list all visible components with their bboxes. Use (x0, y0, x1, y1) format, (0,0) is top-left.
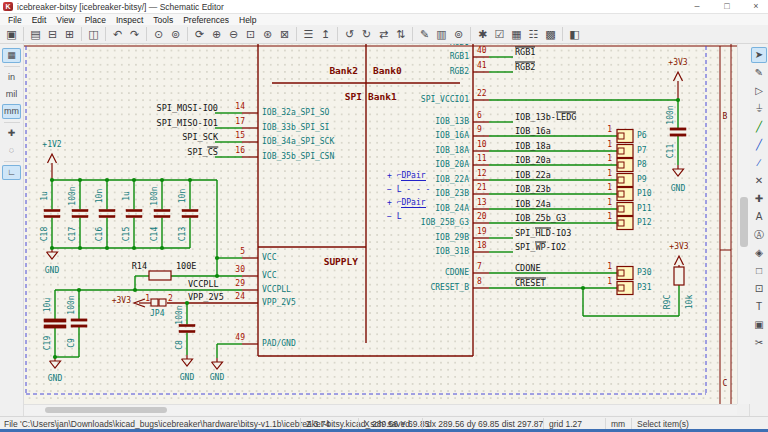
pin-number[interactable]: 49 (235, 334, 245, 342)
minimize-button[interactable]: – (688, 1, 706, 12)
schematic-canvas[interactable]: BCBank2Bank0SPIBank1SUPPLYIOB_32a_SPI_SO… (24, 44, 737, 404)
net-label[interactable]: RGB2 (515, 62, 535, 72)
pin-name[interactable]: IOB_34a_SPI_SCK (262, 138, 334, 146)
pin-name[interactable]: IOB_16A (435, 132, 469, 140)
junction-icon[interactable]: ✚ (751, 191, 767, 207)
capacitor-plate[interactable] (154, 215, 170, 217)
pin-name[interactable]: SPI_VCCIO1 (421, 96, 469, 104)
zoom-selection-icon[interactable]: ⊠ (277, 26, 293, 42)
connector-pin-number[interactable]: 1 (607, 263, 612, 271)
pin-name[interactable]: VCC (262, 272, 276, 280)
pin-number[interactable]: 40 (477, 47, 487, 55)
connector-reference[interactable]: P10 (637, 190, 651, 198)
pin-number[interactable]: 8 (477, 278, 482, 286)
ic-section-header[interactable]: Bank2 (329, 66, 358, 76)
text-icon[interactable]: T (751, 299, 767, 315)
connector-pin-number[interactable]: 1 (607, 141, 612, 149)
menu-file[interactable]: File (3, 15, 27, 25)
hv-wires-only-icon[interactable]: ∟ (2, 165, 21, 180)
pin-number[interactable]: 11 (477, 155, 487, 163)
capacitor-value[interactable]: 100n (176, 305, 184, 324)
power-label[interactable]: +3V3 (112, 297, 131, 305)
erc-icon[interactable]: ☑ (492, 26, 508, 42)
annotate-icon[interactable]: ✱ (475, 26, 491, 42)
units-mm-icon[interactable]: mm (2, 104, 21, 119)
net-label[interactable]: IOB_24a (515, 200, 551, 209)
pin-name[interactable]: IOB_22A (435, 176, 469, 184)
net-label[interactable]: SPI_WP-IO2 (515, 242, 566, 252)
jumper-pad[interactable] (151, 299, 158, 306)
image-icon[interactable]: ▣ (751, 317, 767, 333)
capacitor-plate[interactable] (670, 134, 686, 136)
capacitor-plate[interactable] (99, 215, 115, 217)
footprint-editor-icon[interactable]: ◧ (567, 26, 583, 42)
connector-reference[interactable]: P12 (637, 219, 651, 227)
undo-icon[interactable]: ↶ (110, 26, 126, 42)
connector-pin-square[interactable] (618, 177, 624, 183)
pin-name[interactable]: IOB_23B (435, 190, 469, 198)
no-connect-flag-icon[interactable]: ✕ (751, 173, 767, 189)
leave-sheet-icon[interactable]: ↥ (318, 26, 334, 42)
symbol-editor-icon[interactable]: ✎ (417, 26, 433, 42)
capacitor-plate[interactable] (44, 215, 60, 217)
pin-name[interactable]: RGB1 (450, 53, 469, 61)
footprint-assign-icon[interactable]: ⊚ (451, 26, 467, 42)
capacitor-reference[interactable]: C16 (96, 226, 104, 240)
capacitor-plate[interactable] (71, 319, 87, 321)
connector-pin-square[interactable] (618, 191, 624, 197)
pin-number[interactable]: 15 (235, 132, 245, 140)
pin-number[interactable]: 41 (477, 62, 487, 70)
capacitor-plate[interactable] (99, 209, 115, 211)
zoom-fit-icon[interactable]: ⊡ (243, 26, 259, 42)
net-label[interactable]: SPI_MOSI-IO0 (157, 104, 218, 113)
pin-name[interactable]: RGB2 (450, 68, 469, 76)
jumper-pad[interactable] (159, 299, 166, 306)
open-pcb-icon[interactable]: ▩ (543, 26, 559, 42)
pin-name[interactable]: IOB_32a_SPI_SO (262, 109, 329, 117)
pin-name[interactable]: RGB0 (450, 44, 469, 47)
rotate-ccw-icon[interactable]: ↺ (342, 26, 358, 42)
find-icon[interactable]: ⊙ (151, 26, 167, 42)
mirror-v-icon[interactable]: ⇅ (393, 26, 409, 42)
horizontal-scrollbar[interactable] (24, 404, 737, 415)
connector-reference[interactable]: P6 (637, 132, 647, 140)
pin-name[interactable]: IOB_33b_SPI_SI (262, 124, 329, 132)
pin-number[interactable]: 19 (477, 228, 487, 236)
symbol-library-icon[interactable]: ▥ (434, 26, 450, 42)
pin-number[interactable]: 6 (477, 112, 482, 120)
net-label[interactable]: IOB_25b_G3 (515, 214, 566, 223)
capacitor-value[interactable]: 100n (69, 186, 77, 205)
vertical-scrollbar[interactable] (737, 44, 750, 404)
capacitor-plate[interactable] (71, 325, 87, 327)
connector-pin-square[interactable] (618, 285, 624, 291)
bus-entry-icon[interactable]: ∕ (751, 155, 767, 171)
connector-pin-square[interactable] (618, 270, 624, 276)
capacitor-value[interactable]: 10n (96, 188, 104, 202)
power-label[interactable]: +3V3 (668, 59, 687, 67)
pin-name[interactable]: IOB_25B_G3 (421, 219, 469, 227)
draw-bus-icon[interactable]: ╱ (751, 137, 767, 153)
ground-label[interactable]: GND (48, 375, 62, 383)
connector-reference[interactable]: P31 (637, 284, 651, 292)
sheet-pin-icon[interactable]: ⊡ (751, 281, 767, 297)
pin-number[interactable]: 30 (235, 266, 245, 274)
net-label[interactable]: IOB_22a (515, 171, 551, 180)
net-label[interactable]: IOB_13b-LEDG (515, 112, 576, 122)
menu-help[interactable]: Help (234, 15, 261, 25)
connector-reference[interactable]: P11 (637, 205, 651, 213)
connector-pin-square[interactable] (618, 206, 624, 212)
close-button[interactable]: × (747, 1, 765, 12)
net-label[interactable]: SPI_CS (187, 147, 218, 157)
capacitor-value[interactable]: 10u (44, 298, 52, 312)
connector-pin-square[interactable] (618, 220, 624, 226)
menu-preferences[interactable]: Preferences (178, 15, 234, 25)
menu-tools[interactable]: Tools (148, 15, 178, 25)
edit-fields-table-icon[interactable]: ▦ (509, 26, 525, 42)
jumper-pin-number[interactable]: 1 (145, 295, 150, 303)
pin-name[interactable]: IOB_13B (435, 118, 469, 126)
pin-number[interactable]: 16 (235, 147, 245, 155)
capacitor-plate[interactable] (72, 215, 88, 217)
connector-reference[interactable]: P8 (637, 161, 647, 169)
save-icon[interactable]: ▣ (4, 26, 20, 42)
capacitor-plate[interactable] (182, 209, 198, 211)
